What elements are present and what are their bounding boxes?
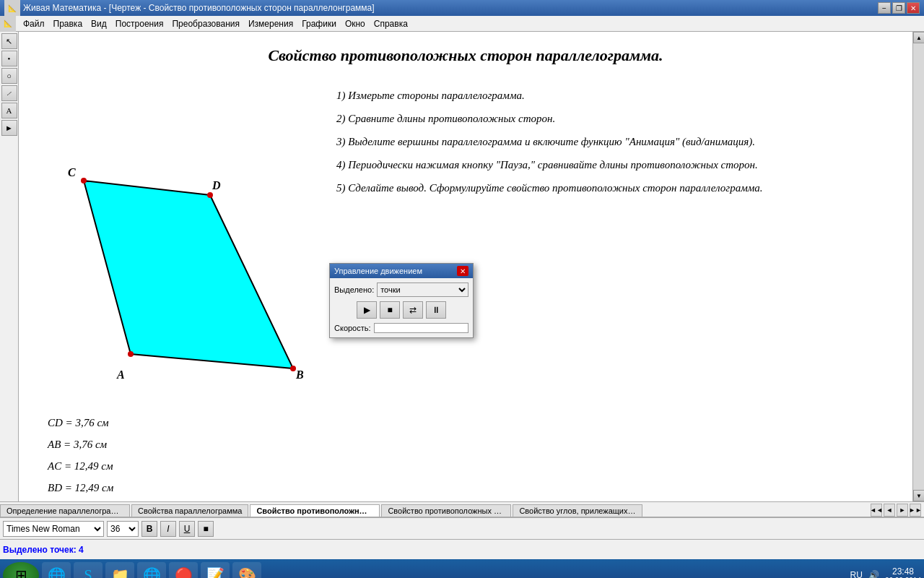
vertex-B-label: B <box>296 368 304 381</box>
restore-button[interactable]: ❐ <box>892 2 905 14</box>
point-tool[interactable]: • <box>1 51 17 66</box>
reverse-button[interactable]: ⇄ <box>403 301 423 319</box>
italic-button[interactable]: I <box>160 521 176 537</box>
title-bar: 📐 Живая Математика - [Чертеж - Свойство … <box>0 0 924 16</box>
scroll-down-button[interactable]: ▼ <box>913 490 924 501</box>
taskbar-word[interactable]: 📝 <box>201 562 230 578</box>
bold-button[interactable]: B <box>141 521 157 537</box>
menu-transform[interactable]: Преобразования <box>167 17 244 30</box>
line-tool[interactable]: ⟋ <box>1 85 17 101</box>
speed-bar[interactable] <box>374 323 468 333</box>
main-layout: ↖ • ○ ⟋ A ► Свойство противоположных сто… <box>0 32 924 501</box>
folder-icon: 📁 <box>111 566 129 578</box>
instruction-1: 1) Измерьте стороны параллелограмма. <box>336 87 884 104</box>
taskbar-ie[interactable]: 🌐 <box>42 562 71 578</box>
taskbar-app1[interactable]: 🔴 <box>169 562 198 578</box>
right-scrollbar: ▲ ▼ <box>912 32 924 501</box>
paint-icon: 🎨 <box>238 566 256 578</box>
skype-icon: S <box>84 567 92 579</box>
vertex-B-dot <box>290 366 296 371</box>
dialog-controls: ▶ ■ ⇄ ⏸ <box>334 301 468 319</box>
speed-label: Скорость: <box>334 324 371 332</box>
menu-construct[interactable]: Построения <box>111 17 168 30</box>
measure-CD: CD = 3,76 см <box>48 412 322 434</box>
menu-view[interactable]: Вид <box>87 17 111 30</box>
tab-nav-last[interactable]: ►► <box>910 504 921 517</box>
instruction-5: 5) Сделайте вывод. Сформулируйте свойств… <box>336 179 884 197</box>
menu-graph[interactable]: Графики <box>297 17 341 30</box>
taskbar: ⊞ 🌐 S 📁 🌐 🔴 📝 🎨 RU 🔊 23:48 26.09.2014 <box>0 559 924 578</box>
minimize-button[interactable]: − <box>878 2 891 14</box>
scroll-up-button[interactable]: ▲ <box>913 32 924 43</box>
measure-AC: AC = 12,49 см <box>48 455 322 477</box>
bottom-toolbar: Times New Roman 36 B I U ■ <box>0 517 924 539</box>
measure-BD: BD = 12,49 см <box>48 477 322 499</box>
app-icon: 📐 <box>4 0 20 16</box>
pause-button[interactable]: ⏸ <box>426 301 446 319</box>
play-button[interactable]: ▶ <box>357 301 377 319</box>
svg-marker-0 <box>84 181 293 368</box>
close-button[interactable]: ✕ <box>907 2 920 14</box>
scroll-track[interactable] <box>913 43 924 490</box>
vertex-A-dot <box>128 351 134 357</box>
tab-nav-prev[interactable]: ◄ <box>884 504 895 517</box>
dialog-select-label: Выделено: <box>334 285 374 294</box>
dialog-select-row: Выделено: точки <box>334 282 468 297</box>
taskbar-right: RU 🔊 23:48 26.09.2014 <box>850 566 921 579</box>
tab-3[interactable]: Свойство противоположных углов паралл <box>381 504 511 517</box>
menu-window[interactable]: Окно <box>341 17 370 30</box>
font-size-select[interactable]: 36 <box>107 521 139 537</box>
status-bar: Выделено точек: 4 <box>0 539 924 559</box>
parallelogram-container: C D A B <box>48 87 308 397</box>
window-controls: − ❐ ✕ <box>878 2 920 14</box>
tab-nav-next[interactable]: ► <box>897 504 908 517</box>
tab-nav-first[interactable]: ◄◄ <box>871 504 882 517</box>
taskbar-paint[interactable]: 🎨 <box>232 562 261 578</box>
locale-indicator: RU <box>850 570 863 578</box>
circle-tool[interactable]: ○ <box>1 68 17 84</box>
menu-help[interactable]: Справка <box>370 17 412 30</box>
tab-2[interactable]: Свойство противоположных сторон паралл <box>250 504 380 517</box>
stop-button[interactable]: ■ <box>380 301 400 319</box>
ie-icon: 🌐 <box>48 566 66 578</box>
clock-time: 23:48 <box>892 566 914 577</box>
tab-4[interactable]: Свойство углов, прилежащих к одной сто <box>513 504 642 517</box>
tab-navigation: ◄◄ ◄ ► ►► <box>871 504 924 517</box>
dialog-title-bar: Управление движением ✕ <box>330 264 473 278</box>
tab-1[interactable]: Свойства параллелограмма <box>131 504 248 517</box>
text-tool[interactable]: A <box>1 103 17 118</box>
vertex-A-label: A <box>117 368 125 381</box>
taskbar-explorer[interactable]: 📁 <box>105 562 134 578</box>
measure-AB: AB = 3,76 см <box>48 434 322 455</box>
menu-icon: 📐 <box>0 16 16 32</box>
menu-bar: 📐 Файл Правка Вид Построения Преобразова… <box>0 16 924 32</box>
vertex-D-label: D <box>212 179 221 192</box>
dialog-body: Выделено: точки ▶ ■ ⇄ ⏸ Скорость: <box>330 278 473 337</box>
vertex-C-label: C <box>68 166 76 179</box>
menu-measure[interactable]: Измерения <box>244 17 297 30</box>
taskbar-skype[interactable]: S <box>74 562 103 578</box>
tabs-bar: Определение параллелограмма Свойства пар… <box>0 501 924 517</box>
arrow-tool[interactable]: ► <box>1 120 17 136</box>
taskbar-chrome[interactable]: 🌐 <box>137 562 166 578</box>
measurements: CD = 3,76 см AB = 3,76 см AC = 12,49 см … <box>48 412 322 499</box>
page-title: Свойство противоположных сторон параллел… <box>19 46 912 65</box>
start-button[interactable]: ⊞ <box>3 562 39 578</box>
canvas-area: Свойство противоположных сторон параллел… <box>19 32 912 501</box>
color-button[interactable]: ■ <box>198 521 214 537</box>
instruction-3: 3) Выделите вершины параллелограмма и вк… <box>336 133 884 150</box>
vertex-C-dot <box>81 178 87 184</box>
dialog-select[interactable]: точки <box>377 282 468 297</box>
left-toolbar: ↖ • ○ ⟋ A ► <box>0 32 19 501</box>
font-name-select[interactable]: Times New Roman <box>3 521 104 537</box>
dialog-title-text: Управление движением <box>334 267 422 275</box>
instruction-4: 4) Периодически нажимая кнопку "Пауза," … <box>336 156 884 173</box>
select-tool[interactable]: ↖ <box>1 33 17 49</box>
tab-0[interactable]: Определение параллелограмма <box>0 504 130 517</box>
underline-button[interactable]: U <box>179 521 195 537</box>
dialog-close-button[interactable]: ✕ <box>457 266 468 276</box>
motion-dialog: Управление движением ✕ Выделено: точки ▶… <box>329 263 474 338</box>
menu-edit[interactable]: Правка <box>49 17 87 30</box>
menu-file[interactable]: Файл <box>19 17 49 30</box>
windows-logo-icon: ⊞ <box>15 566 27 578</box>
